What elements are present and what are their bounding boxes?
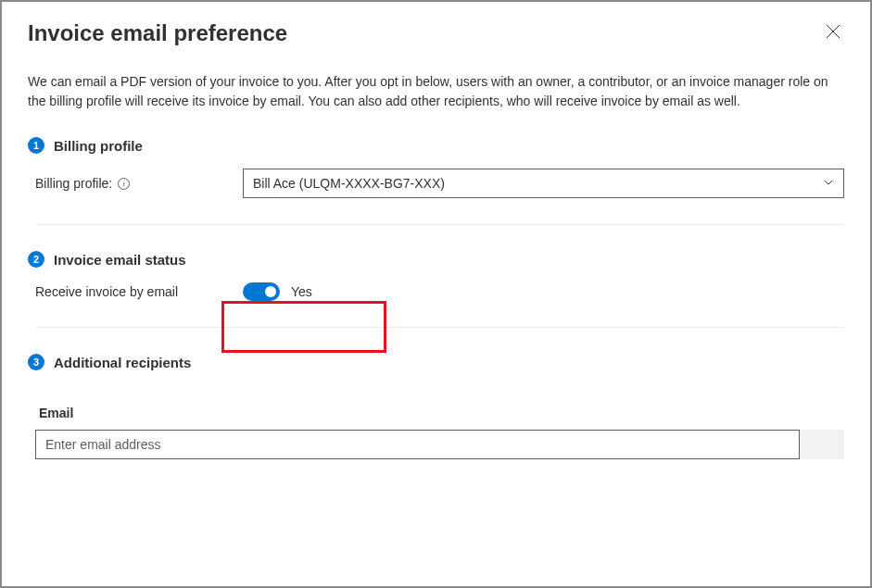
billing-profile-dropdown-button[interactable]: Bill Ace (ULQM-XXXX-BG7-XXX): [243, 169, 844, 198]
additional-recipients-section: 3 Additional recipients Email: [28, 354, 844, 459]
step-number-2: 2: [28, 251, 44, 268]
receive-invoice-label: Receive invoice by email: [28, 284, 243, 299]
invoice-email-status-title: Invoice email status: [54, 252, 186, 268]
divider: [35, 224, 844, 225]
billing-profile-dropdown[interactable]: Bill Ace (ULQM-XXXX-BG7-XXX): [243, 169, 844, 198]
description-text: We can email a PDF version of your invoi…: [28, 72, 844, 111]
additional-recipients-title: Additional recipients: [54, 355, 191, 370]
billing-profile-section: 1 Billing profile Billing profile: i Bil…: [28, 137, 844, 198]
toggle-state-text: Yes: [291, 284, 312, 299]
receive-invoice-toggle[interactable]: [243, 282, 280, 301]
billing-profile-dropdown-value: Bill Ace (ULQM-XXXX-BG7-XXX): [253, 176, 445, 191]
info-icon[interactable]: i: [118, 178, 130, 190]
email-input[interactable]: [35, 430, 800, 459]
close-button[interactable]: [822, 20, 844, 45]
divider: [35, 327, 844, 328]
toggle-knob: [265, 286, 276, 297]
step-number-1: 1: [28, 137, 44, 154]
email-label: Email: [35, 406, 844, 420]
billing-profile-label: Billing profile:: [35, 176, 112, 191]
page-title: Invoice email preference: [28, 20, 287, 46]
close-icon: [826, 24, 840, 43]
chevron-down-icon: [823, 176, 834, 191]
invoice-email-status-section: 2 Invoice email status Receive invoice b…: [28, 251, 844, 301]
billing-profile-title: Billing profile: [54, 138, 143, 154]
step-number-3: 3: [28, 354, 44, 370]
